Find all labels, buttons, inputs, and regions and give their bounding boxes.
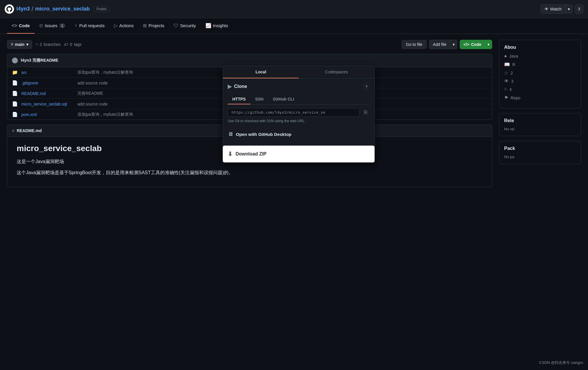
code-dropdown-arrow[interactable]: ▾: [485, 40, 492, 49]
file-icon: 📄: [12, 91, 18, 96]
branches-count-link[interactable]: ⑂ 2 branches: [36, 42, 60, 47]
issues-badge: 1: [59, 23, 65, 28]
file-table-header: l4yn3 完善README: [7, 54, 492, 67]
tab-actions-label: Actions: [119, 23, 134, 28]
issues-icon: ⊙: [39, 23, 43, 28]
pr-icon: ⑂: [75, 23, 77, 28]
watch-dropdown-arrow[interactable]: ▾: [565, 5, 572, 13]
folder-icon: 📁: [12, 70, 18, 75]
repo-name[interactable]: micro_service_seclab: [35, 6, 90, 12]
github-cli-tab[interactable]: GitHub CLI: [268, 94, 299, 104]
watch-button-main[interactable]: 👁 Watch: [541, 5, 565, 13]
watch-button-group: 👁 Watch ▾: [541, 4, 573, 14]
desktop-icon: 🖥: [228, 131, 233, 137]
clone-dropdown: Local Codespaces ▶ Clone ? HTTPS SSH Git…: [223, 66, 375, 162]
packages-title: Pack: [504, 146, 576, 151]
branch-selector[interactable]: ⑂ main ▾: [7, 40, 32, 49]
codespaces-tab[interactable]: Codespaces: [299, 66, 374, 78]
tab-projects-label: Projects: [148, 23, 164, 28]
tab-insights[interactable]: 📈 Insights: [201, 18, 233, 34]
about-forks-count: 4: [509, 87, 512, 92]
csdn-watermark: CSDN @归去来兮-zangcc: [539, 360, 583, 365]
tab-security-label: Security: [180, 23, 196, 28]
right-sidebar: Abou ● Java 📖 R ☆ 2 👁 3 ⑂ 4 ⚑: [499, 40, 581, 187]
about-watchers[interactable]: 👁 3: [504, 79, 576, 84]
topbar: l4yn3 / micro_service_seclab Public 👁 Wa…: [0, 0, 588, 18]
file-icon: 📄: [12, 80, 18, 86]
nav-tabs: <> Code ⊙ Issues 1 ⑂ Pull requests ▷ Act…: [0, 18, 588, 34]
about-stars[interactable]: ☆ 2: [504, 70, 576, 76]
branch-bar-right: Go to file Add file ▾ </> Code ▾: [402, 40, 492, 49]
https-tab[interactable]: HTTPS: [228, 94, 250, 104]
language-icon: ●: [504, 53, 507, 59]
clone-title-label: Clone: [234, 84, 247, 89]
copy-url-button[interactable]: ⎘: [362, 108, 370, 117]
tags-count: 0: [70, 42, 72, 47]
file-name-readme[interactable]: README.md: [21, 91, 74, 96]
add-file-dropdown-arrow[interactable]: ▾: [450, 40, 457, 49]
about-title: Abou: [504, 45, 576, 50]
file-name-sql[interactable]: micro_service_seclab.sql: [21, 102, 74, 106]
tab-issues[interactable]: ⊙ Issues 1: [34, 18, 70, 34]
file-icon: 📄: [12, 112, 18, 117]
actions-icon: ▷: [114, 23, 117, 28]
zip-icon: ⬇: [228, 151, 233, 158]
about-report[interactable]: ⚑ Repo: [504, 95, 576, 101]
about-section: Abou ● Java 📖 R ☆ 2 👁 3 ⑂ 4 ⚑: [499, 40, 581, 108]
file-name-pom[interactable]: pom.xml: [21, 112, 74, 117]
about-language: ● Java: [504, 53, 576, 59]
readme-header-title: README.md: [17, 128, 42, 133]
clone-help-icon[interactable]: ?: [363, 83, 370, 90]
about-stars-count: 2: [511, 71, 513, 75]
tab-security[interactable]: 🛡 Security: [169, 18, 200, 34]
local-tab[interactable]: Local: [223, 66, 299, 78]
security-icon: 🛡: [174, 23, 178, 28]
readme-desc2: 这个Java漏洞靶场是基于SpringBoot开发，目的是用来检测SAST工具的…: [17, 169, 482, 177]
clone-url-row: ⎘: [228, 108, 370, 117]
file-name-src[interactable]: src: [21, 70, 74, 75]
repo-owner[interactable]: l4yn3: [16, 6, 30, 12]
branch-name: main: [15, 42, 25, 47]
tab-insights-label: Insights: [213, 23, 228, 28]
fork-icon: ⑂: [504, 87, 507, 92]
about-forks[interactable]: ⑂ 4: [504, 87, 576, 92]
add-file-button-main[interactable]: Add file: [429, 40, 450, 49]
tab-actions[interactable]: ▷ Actions: [109, 18, 138, 34]
branches-count: 2: [40, 42, 42, 47]
about-readme-label: R: [512, 62, 515, 67]
go-to-file-button[interactable]: Go to file: [402, 40, 427, 49]
open-desktop-button[interactable]: 🖥 Open with GitHub Desktop: [228, 128, 370, 141]
flag-icon: ⚑: [504, 95, 508, 101]
open-desktop-label: Open with GitHub Desktop: [236, 132, 291, 137]
tab-code-label: Code: [19, 23, 30, 28]
path-slash: /: [32, 5, 33, 13]
branches-label: branches: [44, 42, 60, 47]
download-zip-label: Download ZIP: [236, 151, 267, 157]
watch-count[interactable]: 3: [575, 4, 583, 14]
clone-body: ▶ Clone ? HTTPS SSH GitHub CLI ⎘ Use Git…: [223, 79, 374, 146]
file-name-gitignore[interactable]: .gitignore: [21, 81, 74, 85]
ssh-tab[interactable]: SSH: [250, 94, 268, 104]
file-icon: 📄: [12, 101, 18, 107]
code-button-group: </> Code ▾: [460, 40, 492, 49]
tab-code[interactable]: <> Code: [7, 18, 34, 34]
eye-about-icon: 👁: [504, 79, 509, 84]
code-icon: <>: [12, 23, 17, 28]
github-logo: [5, 4, 14, 14]
eye-icon: 👁: [544, 7, 549, 11]
repo-path: l4yn3 / micro_service_seclab Public: [16, 5, 110, 13]
tab-projects[interactable]: ⊞ Projects: [138, 18, 169, 34]
branch-chevron-icon: ▾: [26, 42, 28, 47]
readme-list-icon: ≡: [12, 128, 14, 133]
about-report-label: Repo: [511, 96, 520, 100]
branch-bar-left: ⑂ main ▾ ⑂ 2 branches 🏷 0 tags: [7, 40, 82, 49]
tags-count-link[interactable]: 🏷 0 tags: [64, 42, 82, 47]
download-zip-button[interactable]: ⬇ Download ZIP: [228, 151, 370, 158]
tab-pull-requests[interactable]: ⑂ Pull requests: [70, 18, 109, 34]
about-readme-link[interactable]: 📖 R: [504, 62, 576, 67]
no-releases: No rel: [504, 127, 576, 131]
clone-url-input[interactable]: [228, 108, 359, 117]
download-zip-section: ⬇ Download ZIP: [223, 146, 375, 162]
code-button-main[interactable]: </> Code: [460, 40, 485, 49]
book-icon: 📖: [504, 62, 510, 67]
